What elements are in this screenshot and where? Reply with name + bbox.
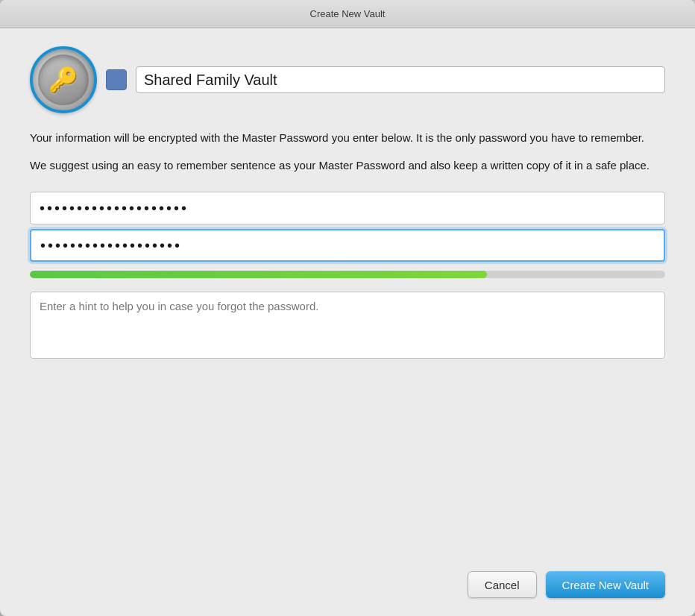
vault-name-input[interactable]	[136, 66, 665, 93]
header-row: 🔑	[30, 46, 665, 113]
strength-bar-fill	[30, 271, 487, 278]
cancel-button[interactable]: Cancel	[468, 571, 537, 598]
title-bar: Create New Vault	[0, 0, 695, 28]
key-icon: 🔑	[48, 66, 78, 94]
confirm-password-input[interactable]	[30, 229, 665, 262]
logo-inner: 🔑	[38, 54, 89, 105]
dialog-footer: Cancel Create New Vault	[0, 559, 695, 616]
create-vault-dialog: Create New Vault 🔑 Your information will…	[0, 0, 695, 616]
description-para-1: Your information will be encrypted with …	[30, 130, 665, 147]
create-vault-button[interactable]: Create New Vault	[546, 571, 665, 598]
dialog-content: 🔑 Your information will be encrypted wit…	[0, 28, 695, 559]
password-section	[30, 192, 665, 359]
master-password-input[interactable]	[30, 192, 665, 224]
dialog-title: Create New Vault	[310, 8, 386, 19]
description-block: Your information will be encrypted with …	[30, 130, 665, 174]
strength-bar-container	[30, 271, 665, 278]
hint-textarea[interactable]	[30, 292, 665, 359]
description-para-2: We suggest using an easy to remember sen…	[30, 157, 665, 175]
color-swatch[interactable]	[106, 69, 127, 90]
vault-logo: 🔑	[30, 46, 97, 113]
